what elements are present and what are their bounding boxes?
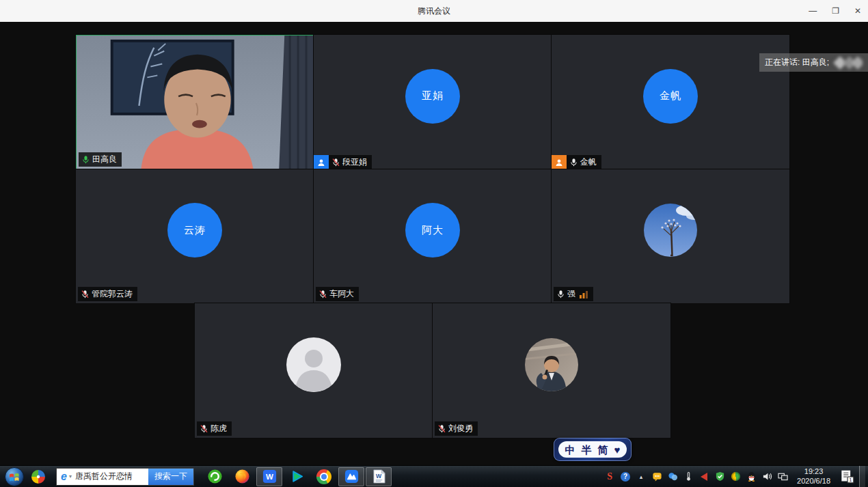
ime-status-panel[interactable]: 中 半 简 ♥ xyxy=(554,438,632,461)
ime-pill: 中 半 简 ♥ xyxy=(558,441,627,458)
search-button[interactable]: 搜索一下 xyxy=(148,469,193,485)
taskbar-search-input[interactable] xyxy=(74,471,148,482)
participant-tile-video[interactable]: 田高良 xyxy=(76,35,314,169)
security-shield-icon[interactable] xyxy=(714,471,725,482)
now-speaking-banner: 正在讲话: 田高良; xyxy=(759,53,868,72)
hidden-icons-expand-icon[interactable]: ▴ xyxy=(636,471,647,482)
participant-tile[interactable]: 强 xyxy=(552,169,789,303)
chrome-icon[interactable] xyxy=(311,467,337,486)
participant-label: 陈虎 xyxy=(197,421,232,436)
svg-text:W: W xyxy=(375,473,381,479)
participant-tile[interactable]: 亚娟 段亚娟 xyxy=(314,35,552,169)
qq-penguin-icon[interactable] xyxy=(746,471,757,482)
browser-360-icon[interactable] xyxy=(202,467,228,486)
clock-time: 19:23 xyxy=(797,467,830,477)
pinwheel-app-icon[interactable] xyxy=(30,469,46,485)
participant-name: 刘俊勇 xyxy=(448,423,473,434)
firefox-icon[interactable] xyxy=(229,467,255,486)
system-tray: S ? ▴ xyxy=(604,466,868,487)
volume-icon[interactable] xyxy=(761,471,772,482)
blurred-names xyxy=(832,57,863,69)
participant-tile[interactable]: 阿大 车阿大 xyxy=(314,169,552,303)
user-badge-icon xyxy=(552,155,567,169)
mic-muted-icon xyxy=(331,158,340,167)
avatar: 金帆 xyxy=(643,69,698,124)
participant-label: 强 xyxy=(554,287,593,301)
red-media-icon[interactable] xyxy=(699,471,709,482)
user-badge-icon xyxy=(314,155,329,169)
svg-text:W: W xyxy=(266,473,273,481)
participant-tile[interactable]: 刘俊勇 xyxy=(433,303,670,438)
ime-heart-icon[interactable]: ♥ xyxy=(614,445,621,455)
participant-tile[interactable]: 云涛 管院郭云涛 xyxy=(76,169,314,303)
mic-muted-icon xyxy=(437,424,446,433)
yellow-messenger-icon[interactable] xyxy=(651,471,662,482)
avatar: 阿大 xyxy=(405,203,460,258)
show-desktop-button[interactable] xyxy=(859,466,865,487)
ime-simplified-mode[interactable]: 简 xyxy=(598,445,608,455)
participant-tile[interactable]: 金帆 金帆 xyxy=(552,35,789,169)
mic-muted-icon xyxy=(200,424,208,433)
minimize-button[interactable]: — xyxy=(809,7,817,15)
tencent-meeting-icon[interactable] xyxy=(338,467,364,486)
wps-office-icon[interactable]: W xyxy=(256,467,282,486)
notification-badge: 1 xyxy=(849,477,852,483)
mic-on-icon xyxy=(569,158,578,167)
mic-on-icon xyxy=(81,155,90,164)
network-icon[interactable] xyxy=(777,471,788,482)
participant-name: 段亚娟 xyxy=(342,156,367,168)
avatar-placeholder xyxy=(286,337,341,392)
participant-name: 车阿大 xyxy=(329,288,354,300)
clock-date: 2020/6/18 xyxy=(797,477,830,486)
close-button[interactable]: ✕ xyxy=(854,7,861,15)
now-speaking-text: 正在讲话: 田高良; xyxy=(765,57,829,68)
avatar: 云涛 xyxy=(167,203,222,258)
transfer-tool-icon[interactable] xyxy=(667,471,678,482)
taskbar-clock[interactable]: 19:23 2020/6/18 xyxy=(793,467,835,486)
thermometer-icon[interactable] xyxy=(683,471,694,482)
window-title: 腾讯会议 xyxy=(418,5,450,17)
participant-name: 金帆 xyxy=(580,156,597,168)
participant-name: 陈虎 xyxy=(211,423,227,434)
search-dropdown-caret[interactable]: ▾ xyxy=(69,473,72,479)
antivirus-icon[interactable] xyxy=(730,471,741,482)
avatar-photo-tree xyxy=(643,203,698,258)
word-document-icon[interactable]: W xyxy=(366,467,392,486)
help-icon[interactable]: ? xyxy=(621,472,630,482)
restore-button[interactable]: ❐ xyxy=(832,7,839,15)
mic-muted-icon xyxy=(81,290,90,298)
network-signal-icon xyxy=(579,290,588,298)
participant-label: 刘俊勇 xyxy=(435,421,478,436)
participant-label: 田高良 xyxy=(79,152,122,167)
mic-on-icon xyxy=(556,290,565,298)
avatar: 亚娟 xyxy=(405,69,460,124)
participant-tile[interactable]: 陈虎 xyxy=(195,303,433,438)
taskbar-search: e ▾ 搜索一下 xyxy=(56,468,194,486)
ime-chinese-mode[interactable]: 中 xyxy=(565,445,575,455)
avatar-photo-person xyxy=(524,337,579,392)
participant-name: 管院郭云涛 xyxy=(92,288,133,300)
ime-halfwidth-mode[interactable]: 半 xyxy=(582,445,592,455)
ie-icon: e xyxy=(57,471,69,483)
start-button[interactable] xyxy=(4,467,25,487)
window-controls: — ❐ ✕ xyxy=(809,0,861,22)
taskbar: e ▾ 搜索一下 W xyxy=(0,465,868,487)
participant-label: 段亚娟 xyxy=(314,155,372,169)
participant-label: 管院郭云涛 xyxy=(78,287,137,301)
tencent-video-icon[interactable] xyxy=(284,467,310,486)
participant-name: 田高良 xyxy=(92,154,117,165)
sogou-input-icon[interactable]: S xyxy=(604,471,615,482)
webcam-video xyxy=(77,36,313,169)
mic-muted-icon xyxy=(318,290,327,298)
participant-label: 车阿大 xyxy=(316,287,359,301)
participant-label: 金帆 xyxy=(552,155,601,169)
window-titlebar: 腾讯会议 — ❐ ✕ xyxy=(0,0,868,22)
participant-name: 强 xyxy=(567,288,575,300)
sticky-note-icon[interactable]: 1 xyxy=(839,469,854,484)
